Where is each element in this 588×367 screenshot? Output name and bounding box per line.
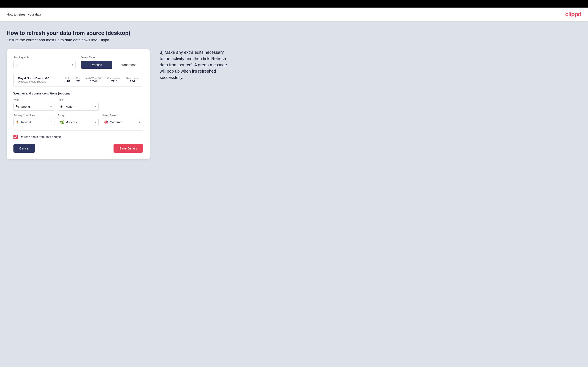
par-value: 72 <box>76 79 80 83</box>
game-type-buttons: Practice Tournament <box>81 61 143 69</box>
green-speed-group: Green Speed 🎯 Moderate ▼ <box>102 114 143 126</box>
page-heading: How to refresh your data from source (de… <box>7 30 581 36</box>
wind-rain-row: Wind 🌬 Strong ▼ Rain ☀ None <box>13 99 143 111</box>
rough-label: Rough <box>58 114 99 117</box>
green-speed-select-wrapper: 🎯 Moderate ▼ <box>102 118 143 126</box>
sidebar-text: 3) Make any extra edits necessary to the… <box>160 49 227 81</box>
rain-select[interactable]: None <box>58 103 99 111</box>
rain-select-wrapper: ☀ None ▼ <box>58 103 99 111</box>
content-area: Starting Hole 1 ▼ Game Type Practice Tou… <box>7 49 581 159</box>
sidebar-description: 3) Make any extra edits necessary to the… <box>160 49 227 81</box>
starting-hole-select-wrapper: 1 ▼ <box>13 61 76 69</box>
slope-rating-label: Slope rating <box>126 77 138 79</box>
course-stats: Holes 18 Par 72 Yards/White (M)) 6,744 C… <box>65 77 138 83</box>
course-location: Westward Ho!, England <box>18 80 61 83</box>
par-stat: Par 72 <box>76 77 80 83</box>
wind-label: Wind <box>13 99 54 101</box>
rough-select-wrapper: 🌿 Moderate ▼ <box>58 118 99 126</box>
main-content: How to refresh your data from source (de… <box>0 21 588 367</box>
rain-label: Rain <box>58 99 99 101</box>
rain-group: Rain ☀ None ▼ <box>58 99 99 111</box>
yards-label: Yards/White (M)) <box>85 77 102 79</box>
logo: clippd <box>565 11 581 18</box>
rough-group: Rough 🌿 Moderate ▼ <box>58 114 99 126</box>
save-button[interactable]: Save Details <box>113 144 143 153</box>
cancel-button[interactable]: Cancel <box>13 144 35 153</box>
holes-stat: Holes 18 <box>65 77 71 83</box>
divider <box>13 130 143 131</box>
conditions-title: Weather and course conditions (optional) <box>13 92 143 95</box>
practice-button[interactable]: Practice <box>81 61 112 69</box>
fairway-select[interactable]: Normal <box>13 118 54 126</box>
form-top-row: Starting Hole 1 ▼ Game Type Practice Tou… <box>13 56 143 69</box>
tournament-button[interactable]: Tournament <box>112 61 143 69</box>
course-rating-value: 72.5 <box>111 79 117 83</box>
slope-rating-value: 134 <box>130 79 135 83</box>
slope-rating-stat: Slope rating 134 <box>126 77 138 83</box>
green-speed-select[interactable]: Moderate <box>102 118 143 126</box>
course-name: Royal North Devon GC, <box>18 77 61 80</box>
course-card: Royal North Devon GC, Westward Ho!, Engl… <box>13 73 143 87</box>
form-card: Starting Hole 1 ▼ Game Type Practice Tou… <box>7 49 150 159</box>
holes-value: 18 <box>66 79 70 83</box>
fairway-row: Fairway Conditions 🏌 Normal ▼ Rough 🌿 <box>13 114 143 126</box>
wind-group: Wind 🌬 Strong ▼ <box>13 99 54 111</box>
holes-label: Holes <box>65 77 71 79</box>
top-bar <box>0 0 588 8</box>
course-rating-stat: Course rating 72.5 <box>107 77 121 83</box>
course-rating-label: Course rating <box>107 77 121 79</box>
yards-value: 6,744 <box>90 79 97 83</box>
button-row: Cancel Save Details <box>13 144 143 153</box>
starting-hole-select[interactable]: 1 <box>13 61 76 69</box>
par-label: Par <box>76 77 80 79</box>
fairway-label: Fairway Conditions <box>13 114 54 117</box>
rough-select[interactable]: Moderate <box>58 118 99 126</box>
course-info: Royal North Devon GC, Westward Ho!, Engl… <box>18 77 61 83</box>
refresh-label: Refresh shots from data source <box>20 135 61 139</box>
yards-stat: Yards/White (M)) 6,744 <box>85 77 102 83</box>
starting-hole-label: Starting Hole <box>13 56 76 59</box>
refresh-checkbox-row: Refresh shots from data source <box>13 135 143 139</box>
wind-select-wrapper: 🌬 Strong ▼ <box>13 103 54 111</box>
game-type-label: Game Type <box>81 56 143 59</box>
game-type-group: Game Type Practice Tournament <box>81 56 143 69</box>
wind-select[interactable]: Strong <box>13 103 54 111</box>
fairway-select-wrapper: 🏌 Normal ▼ <box>13 118 54 126</box>
page-subheading: Ensure the correct and most up to date d… <box>7 38 581 42</box>
header: How to refresh your data clippd <box>0 8 588 21</box>
starting-hole-group: Starting Hole 1 ▼ <box>13 56 76 69</box>
fairway-group: Fairway Conditions 🏌 Normal ▼ <box>13 114 54 126</box>
green-speed-label: Green Speed <box>102 114 143 117</box>
header-title: How to refresh your data <box>7 13 41 16</box>
refresh-checkbox[interactable] <box>13 135 18 139</box>
